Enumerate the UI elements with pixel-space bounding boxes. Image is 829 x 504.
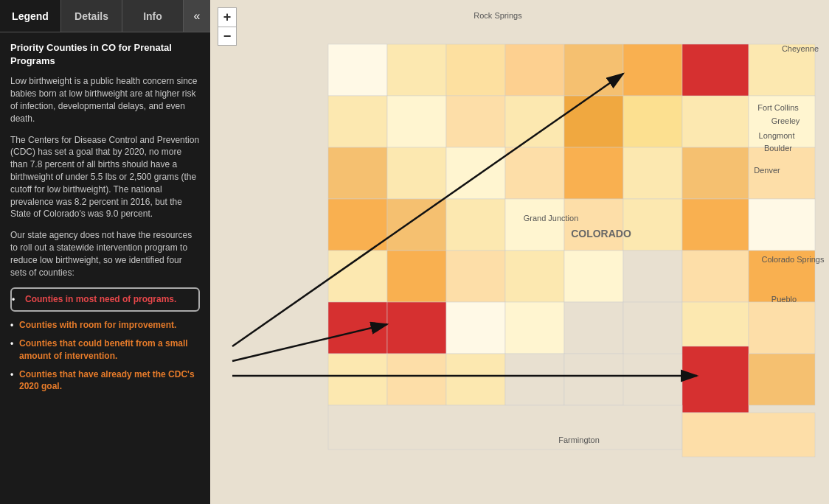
svg-rect-4 <box>505 44 564 96</box>
label-longmont: Longmont <box>759 131 795 140</box>
svg-rect-52 <box>505 354 564 405</box>
tab-details[interactable]: Details <box>61 0 122 32</box>
svg-rect-13 <box>564 96 623 147</box>
svg-rect-51 <box>446 354 505 405</box>
svg-rect-22 <box>623 147 682 199</box>
svg-rect-41 <box>328 302 387 354</box>
svg-rect-45 <box>564 302 623 354</box>
svg-rect-30 <box>623 199 682 251</box>
label-boulder: Boulder <box>764 144 792 153</box>
svg-rect-27 <box>446 199 505 251</box>
svg-rect-36 <box>505 251 564 302</box>
svg-rect-14 <box>623 96 682 147</box>
svg-rect-43 <box>446 302 505 354</box>
svg-rect-20 <box>505 147 564 199</box>
svg-rect-10 <box>387 96 446 147</box>
svg-rect-53 <box>564 354 623 405</box>
legend-item-2: Counties with room for improvement. <box>10 319 200 332</box>
sidebar-content: Priority Counties in CO for Prenatal Pro… <box>0 32 210 504</box>
svg-rect-44 <box>505 302 564 354</box>
legend-item-4: Counties that have already met the CDC's… <box>10 368 200 393</box>
svg-rect-21 <box>564 147 623 199</box>
svg-rect-47 <box>682 302 749 354</box>
map-controls: + − <box>218 7 237 46</box>
tab-info[interactable]: Info <box>122 0 184 32</box>
sidebar-para-1: Low birthweight is a public health conce… <box>10 75 200 125</box>
zoom-in-button[interactable]: + <box>218 7 237 27</box>
svg-rect-15 <box>682 96 749 147</box>
svg-rect-39 <box>682 251 749 302</box>
svg-rect-32 <box>749 199 815 251</box>
svg-rect-6 <box>623 44 682 96</box>
svg-rect-9 <box>328 96 387 147</box>
tab-bar: Legend Details Info « <box>0 0 210 32</box>
label-fort-collins: Fort Collins <box>757 103 799 112</box>
legend-item-3: Counties that could benefit from a small… <box>10 337 200 363</box>
svg-rect-11 <box>446 96 505 147</box>
svg-rect-50 <box>387 354 446 405</box>
label-rock-springs: Rock Springs <box>474 11 522 20</box>
label-denver: Denver <box>754 166 780 175</box>
svg-rect-1 <box>328 44 387 96</box>
zoom-out-button[interactable]: − <box>218 27 237 46</box>
svg-rect-55 <box>749 354 815 405</box>
svg-rect-48 <box>749 302 815 354</box>
label-pueblo: Pueblo <box>771 295 797 304</box>
svg-rect-31 <box>682 199 749 251</box>
svg-rect-3 <box>446 44 505 96</box>
sidebar-para-2: The Centers for Disease Control and Prev… <box>10 134 200 221</box>
label-farmington: Farmington <box>558 435 600 444</box>
svg-rect-54 <box>682 346 749 413</box>
sidebar: Legend Details Info « Priority Counties … <box>0 0 210 504</box>
label-colorado-springs: Colorado Springs <box>762 255 825 264</box>
svg-rect-18 <box>387 147 446 199</box>
svg-rect-56 <box>328 405 682 449</box>
svg-rect-35 <box>446 251 505 302</box>
map-container[interactable]: + − <box>210 0 829 504</box>
svg-rect-49 <box>328 354 387 405</box>
svg-rect-42 <box>387 302 446 354</box>
label-greeley: Greeley <box>771 116 800 125</box>
collapse-button[interactable]: « <box>184 0 210 32</box>
tab-legend[interactable]: Legend <box>0 0 61 32</box>
svg-rect-34 <box>387 251 446 302</box>
svg-rect-57 <box>682 413 815 457</box>
sidebar-title: Priority Counties in CO for Prenatal Pro… <box>10 41 200 68</box>
svg-rect-2 <box>387 44 446 96</box>
label-cheyenne: Cheyenne <box>782 44 819 53</box>
legend-item-1: Counties in most need of programs. <box>10 287 200 312</box>
svg-rect-46 <box>623 302 682 354</box>
svg-rect-23 <box>682 147 749 199</box>
svg-rect-26 <box>387 199 446 251</box>
svg-rect-29 <box>564 199 623 251</box>
svg-rect-5 <box>564 44 623 96</box>
legend-list: Counties in most need of programs. Count… <box>10 287 200 393</box>
map-svg: Rock Springs Cheyenne Fort Collins Greel… <box>210 0 829 504</box>
sidebar-para-3: Our state agency does not have the resou… <box>10 229 200 279</box>
label-grand-junction: Grand Junction <box>524 214 579 223</box>
svg-rect-17 <box>328 147 387 199</box>
label-colorado: COLORADO <box>571 228 631 239</box>
svg-rect-38 <box>623 251 682 302</box>
svg-rect-25 <box>328 199 387 251</box>
svg-rect-37 <box>564 251 623 302</box>
svg-rect-28 <box>505 199 564 251</box>
